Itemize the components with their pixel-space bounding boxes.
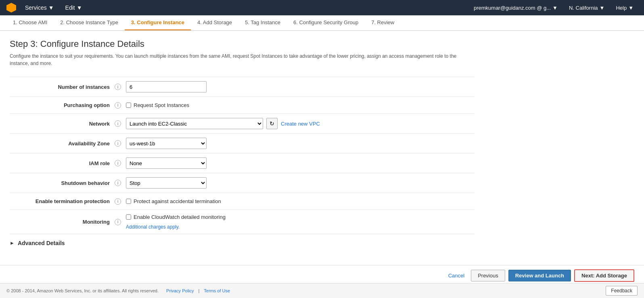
termination-protection-checkbox[interactable] [126,199,131,204]
network-info[interactable]: i [115,120,121,127]
tab-review[interactable]: 7. Review [365,15,401,30]
availability-zone-info[interactable]: i [115,140,121,147]
shutdown-behavior-controls: Stop Terminate [126,177,475,189]
number-of-instances-input[interactable] [126,81,207,92]
top-navigation: Services ▼ Edit ▼ premkumar@guidanz.com … [0,0,644,15]
request-spot-instances-label[interactable]: Request Spot Instances [126,102,189,108]
availability-zone-label: Availability Zone [10,141,115,147]
iam-role-label: IAM role [10,160,115,166]
user-menu[interactable]: premkumar@guidanz.com @ g... ▼ [468,0,563,15]
page-description: Configure the instance to suit your requ… [10,52,475,67]
tab-configure-instance[interactable]: 3. Configure Instance [125,15,191,30]
edit-menu[interactable]: Edit ▼ [60,0,88,15]
purchasing-option-row: Purchasing option i Request Spot Instanc… [10,97,475,113]
number-of-instances-label: Number of instances [10,84,115,90]
page-title: Step 3: Configure Instance Details [10,39,475,49]
additional-charges-link[interactable]: Additional charges apply. [126,224,180,230]
nav-right: premkumar@guidanz.com @ g... ▼ N. Califo… [468,0,639,15]
network-controls: Launch into EC2-Classic ↻ Create new VPC [126,118,475,129]
number-of-instances-info[interactable]: i [115,84,121,90]
iam-role-info[interactable]: i [115,160,121,166]
termination-protection-text: Protect against accidental termination [134,198,221,204]
aws-logo [5,1,18,14]
purchasing-option-label: Purchasing option [10,102,115,108]
advanced-details-toggle[interactable]: ► Advanced Details [10,240,475,246]
tab-choose-instance-type[interactable]: 2. Choose Instance Type [54,15,125,30]
advanced-details-label: Advanced Details [18,240,65,246]
cloudwatch-monitoring-checkbox[interactable] [126,214,131,220]
network-label: Network [10,121,115,127]
refresh-network-button[interactable]: ↻ [266,118,278,129]
monitoring-label: Monitoring [10,219,115,225]
network-row: Network i Launch into EC2-Classic ↻ Crea… [10,113,475,133]
advanced-details-section: ► Advanced Details [10,234,475,252]
shutdown-behavior-row: Shutdown behavior i Stop Terminate [10,173,475,193]
number-of-instances-controls [126,81,475,92]
main-content: Step 3: Configure Instance Details Confi… [0,31,484,260]
tab-add-storage[interactable]: 4. Add Storage [191,15,238,30]
purchasing-option-info[interactable]: i [115,102,121,109]
monitoring-row: Monitoring i Enable CloudWatch detailed … [10,210,475,234]
purchasing-option-controls: Request Spot Instances [126,102,475,108]
availability-zone-select[interactable]: us-west-1b us-west-1a us-west-1c No pref… [126,138,207,149]
iam-role-controls: None [126,157,475,169]
iam-role-row: IAM role i None [10,153,475,173]
advanced-arrow-icon: ► [10,240,15,246]
termination-protection-row: Enable termination protection i Protect … [10,193,475,210]
help-menu[interactable]: Help ▼ [610,0,639,15]
region-menu[interactable]: N. California ▼ [563,0,610,15]
request-spot-instances-checkbox[interactable] [126,103,131,108]
wizard-tabs: 1. Choose AMI 2. Choose Instance Type 3.… [0,15,644,31]
network-select[interactable]: Launch into EC2-Classic [126,118,263,129]
number-of-instances-row: Number of instances i [10,77,475,97]
cloudwatch-monitoring-text: Enable CloudWatch detailed monitoring [134,214,226,220]
tab-choose-ami[interactable]: 1. Choose AMI [6,15,54,30]
shutdown-behavior-label: Shutdown behavior [10,180,115,186]
termination-protection-checkbox-label[interactable]: Protect against accidental termination [126,198,221,204]
services-menu[interactable]: Services ▼ [19,0,60,15]
request-spot-instances-text: Request Spot Instances [134,102,189,108]
iam-role-select[interactable]: None [126,157,207,169]
tab-tag-instance[interactable]: 5. Tag Instance [238,15,287,30]
shutdown-behavior-select[interactable]: Stop Terminate [126,177,207,189]
shutdown-behavior-info[interactable]: i [115,180,121,186]
monitoring-controls: Enable CloudWatch detailed monitoring Ad… [126,214,475,230]
create-vpc-link[interactable]: Create new VPC [281,121,320,127]
availability-zone-controls: us-west-1b us-west-1a us-west-1c No pref… [126,138,475,149]
termination-protection-info[interactable]: i [115,198,121,205]
tab-configure-security-group[interactable]: 6. Configure Security Group [287,15,365,30]
availability-zone-row: Availability Zone i us-west-1b us-west-1… [10,133,475,153]
termination-protection-controls: Protect against accidental termination [126,198,475,204]
cloudwatch-monitoring-label[interactable]: Enable CloudWatch detailed monitoring [126,214,226,220]
nav-left: Services ▼ Edit ▼ [5,0,88,15]
termination-protection-label: Enable termination protection [10,198,115,204]
monitoring-info[interactable]: i [115,219,121,225]
